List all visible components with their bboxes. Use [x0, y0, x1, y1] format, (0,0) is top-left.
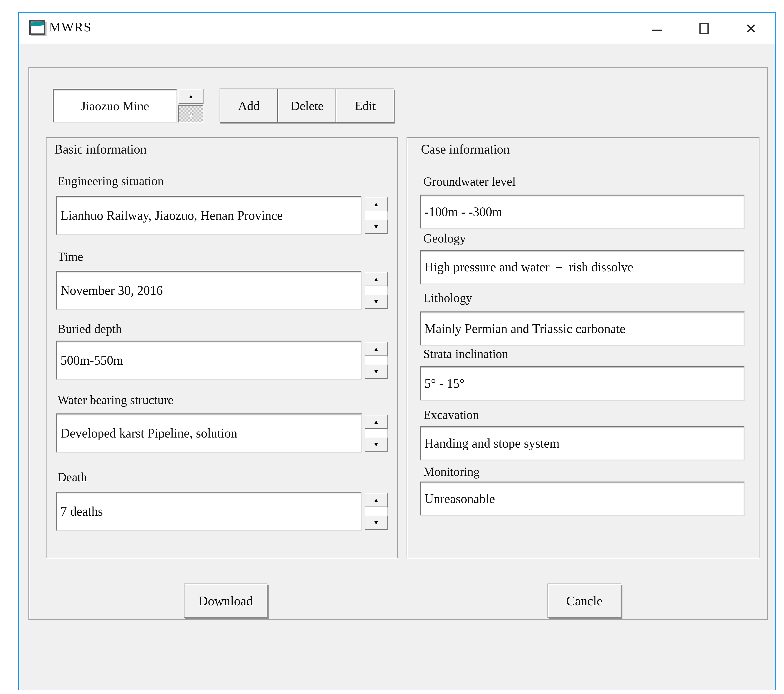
- field-label: Monitoring: [423, 465, 480, 479]
- field-value: Developed karst Pipeline, solution: [57, 426, 237, 440]
- spinner-track[interactable]: [365, 286, 387, 295]
- desktop-canvas: MWRS ✕ Jiaozuo Mine ▲ ∨ Add Delete Edit: [0, 0, 784, 694]
- geology-field[interactable]: High pressure and water － rish dissolve: [420, 250, 744, 284]
- field-label: Death: [58, 470, 87, 484]
- maximize-icon: [700, 23, 708, 34]
- field-value: High pressure and water － rish dissolve: [421, 259, 633, 276]
- field-value: November 30, 2016: [57, 283, 163, 298]
- spinner-track[interactable]: [365, 507, 387, 516]
- field-label: Strata inclination: [423, 347, 508, 361]
- mine-spin-down-button[interactable]: ∨: [178, 105, 204, 123]
- mine-spin-up-button[interactable]: ▲: [178, 89, 204, 104]
- minimize-icon: [652, 30, 662, 31]
- spin-up-icon: ▲: [373, 276, 379, 283]
- water-bearing-structure-field[interactable]: Developed karst Pipeline, solution: [56, 414, 362, 453]
- spin-down-icon: ▼: [373, 223, 379, 230]
- spin-down-button[interactable]: ▼: [365, 437, 387, 452]
- spin-down-icon: ▼: [373, 441, 379, 448]
- excavation-field[interactable]: Handing and stope system: [420, 426, 744, 460]
- spin-up-button[interactable]: ▲: [365, 493, 387, 507]
- lithology-field[interactable]: Mainly Permian and Triassic carbonate: [420, 312, 744, 346]
- edit-button[interactable]: Edit: [336, 89, 394, 123]
- time-spinner: ▲ ▼: [365, 272, 387, 309]
- spin-down-button[interactable]: ▼: [365, 219, 387, 234]
- title-bar[interactable]: MWRS ✕: [19, 13, 775, 44]
- cancel-button[interactable]: Cancle: [547, 584, 621, 618]
- field-value: Unreasonable: [421, 491, 495, 506]
- chevron-down-icon: ∨: [188, 110, 194, 117]
- basic-information-group: Basic information Engineering situation …: [46, 137, 398, 558]
- spin-up-icon: ▲: [373, 419, 379, 425]
- monitoring-field[interactable]: Unreasonable: [420, 481, 744, 516]
- engineering-situation-field[interactable]: Lianhuo Railway, Jiaozuo, Henan Province: [56, 196, 362, 235]
- spin-down-icon: ▼: [373, 298, 379, 305]
- field-label: Buried depth: [58, 322, 122, 336]
- mine-selector-value: Jiaozuo Mine: [81, 99, 149, 113]
- close-icon: ✕: [745, 21, 757, 35]
- mine-selector-spinner: ▲ ∨: [178, 89, 204, 123]
- download-button[interactable]: Download: [184, 584, 267, 618]
- delete-button[interactable]: Delete: [278, 89, 336, 123]
- case-information-group: Case information Groundwater level -100m…: [407, 137, 759, 558]
- strata-inclination-field[interactable]: 5° - 15°: [420, 366, 744, 401]
- field-label: Lithology: [423, 291, 472, 305]
- mwrs-window: MWRS ✕ Jiaozuo Mine ▲ ∨ Add Delete Edit: [18, 12, 776, 690]
- field-value: 7 deaths: [57, 504, 103, 519]
- spinner-track[interactable]: [365, 356, 387, 364]
- field-label: Excavation: [423, 408, 479, 422]
- field-label: Water bearing structure: [58, 393, 173, 407]
- field-value: 500m-550m: [57, 353, 123, 368]
- spin-down-button[interactable]: ▼: [365, 295, 387, 309]
- groundwater-level-field[interactable]: -100m - -300m: [420, 195, 744, 229]
- field-value: Lianhuo Railway, Jiaozuo, Henan Province: [57, 208, 283, 223]
- field-value: Mainly Permian and Triassic carbonate: [421, 321, 626, 336]
- spin-up-icon: ▲: [373, 201, 379, 208]
- time-field[interactable]: November 30, 2016: [56, 271, 362, 310]
- download-button-label: Download: [198, 593, 253, 608]
- spin-down-button[interactable]: ▼: [365, 364, 387, 379]
- field-label: Time: [58, 250, 83, 264]
- field-label: Groundwater level: [423, 175, 516, 189]
- maximize-button[interactable]: [687, 13, 721, 44]
- spinner-track[interactable]: [365, 429, 387, 437]
- spin-up-icon: ▲: [373, 346, 379, 353]
- spin-down-icon: ▼: [373, 519, 379, 526]
- buried-depth-field[interactable]: 500m-550m: [56, 341, 362, 380]
- case-group-title: Case information: [421, 142, 510, 157]
- minimize-button[interactable]: [640, 13, 674, 44]
- spin-up-button[interactable]: ▲: [365, 197, 387, 211]
- death-spinner: ▲ ▼: [365, 493, 387, 530]
- add-button-label: Add: [238, 99, 260, 113]
- field-value: 5° - 15°: [421, 376, 464, 391]
- cancel-button-label: Cancle: [566, 593, 603, 608]
- spinner-track[interactable]: [365, 211, 387, 219]
- spin-down-icon: ▼: [373, 368, 379, 375]
- field-label: Geology: [423, 231, 466, 246]
- spin-up-button[interactable]: ▲: [365, 342, 387, 356]
- field-label: Engineering situation: [58, 174, 164, 188]
- app-window-icon: [29, 20, 45, 35]
- window-title: MWRS: [49, 19, 91, 35]
- mine-selector-input[interactable]: Jiaozuo Mine: [53, 89, 177, 123]
- spin-down-button[interactable]: ▼: [365, 516, 387, 530]
- basic-group-title: Basic information: [54, 142, 147, 157]
- buried-depth-spinner: ▲ ▼: [365, 342, 387, 379]
- close-button[interactable]: ✕: [734, 13, 768, 44]
- client-area: Jiaozuo Mine ▲ ∨ Add Delete Edit Basic i…: [19, 44, 775, 690]
- delete-button-label: Delete: [291, 99, 324, 113]
- engineering-situation-spinner: ▲ ▼: [365, 197, 387, 234]
- spin-up-button[interactable]: ▲: [365, 415, 387, 429]
- edit-button-label: Edit: [355, 99, 376, 113]
- spin-up-button[interactable]: ▲: [365, 272, 387, 286]
- field-value: Handing and stope system: [421, 436, 559, 451]
- add-button[interactable]: Add: [220, 89, 278, 123]
- spin-up-icon: ▲: [188, 93, 194, 100]
- field-value: -100m - -300m: [421, 204, 502, 219]
- spin-up-icon: ▲: [373, 497, 379, 504]
- death-field[interactable]: 7 deaths: [56, 491, 362, 531]
- water-bearing-structure-spinner: ▲ ▼: [365, 415, 387, 452]
- app-icon-teal-band: [30, 21, 44, 26]
